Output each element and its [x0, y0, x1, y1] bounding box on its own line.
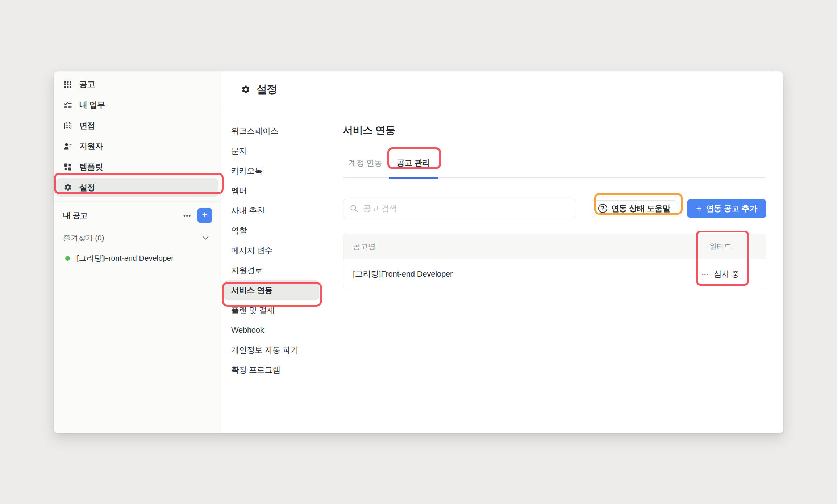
sidebar-item-templates[interactable]: 템플릿 [54, 156, 221, 177]
main-sidebar: 공고 내 업무 [54, 71, 221, 433]
settings-nav-plan-billing[interactable]: 플랜 및 결제 [221, 300, 322, 320]
settings-header: 설정 [221, 71, 783, 108]
settings-nav-roles[interactable]: 역할 [221, 220, 322, 240]
settings-nav-sms[interactable]: 문자 [221, 141, 322, 161]
settings-nav-workspace[interactable]: 워크스페이스 [221, 121, 322, 141]
sidebar-item-applicants[interactable]: 지원자 [54, 136, 221, 156]
tab-account-integration[interactable]: 계정 연동 [349, 158, 382, 177]
sidebar-item-label: 면접 [79, 120, 95, 131]
tasklist-icon [63, 101, 72, 109]
my-postings-section: 내 공고 ••• + 즐겨찾기 (0) [그리팅]Front-end Devel… [54, 201, 221, 268]
settings-nav-webhook[interactable]: Webhook [221, 320, 322, 340]
green-status-dot [65, 256, 70, 261]
add-integration-posting-button[interactable]: + 연동 공고 추가 [687, 199, 766, 218]
toolbar: ? 연동 상태 도움말 + 연동 공고 추가 [343, 199, 766, 218]
tab-posting-management[interactable]: 공고 관리 [397, 158, 430, 177]
add-posting-button[interactable]: + [197, 208, 212, 223]
applicants-icon [63, 142, 72, 150]
tab-bar: 계정 연동 공고 관리 [343, 158, 766, 178]
my-postings-title: 내 공고 [63, 210, 183, 220]
calendar-icon [63, 122, 72, 130]
help-circle-icon: ? [598, 204, 607, 213]
sidebar-item-settings[interactable]: 설정 [54, 177, 221, 198]
panel-title: 서비스 연동 [343, 123, 766, 137]
settings-nav-message-variables[interactable]: 메시지 변수 [221, 240, 322, 260]
cell-posting-name: [그리팅]Front-end Developer [343, 269, 696, 280]
integration-status-help-button[interactable]: ? 연동 상태 도움말 [591, 200, 678, 217]
apps-grid-icon [63, 80, 72, 88]
chevron-down-icon [203, 236, 209, 240]
postings-table: 공고명 원티드 [그리팅]Front-end Developer ••• 심사 … [343, 234, 766, 289]
settings-nav-extensions[interactable]: 확장 프로그램 [221, 360, 322, 380]
settings-nav-referral[interactable]: 사내 추천 [221, 201, 322, 220]
app-window: 공고 내 업무 [54, 71, 783, 433]
table-header: 공고명 원티드 [343, 234, 766, 259]
search-input[interactable] [363, 204, 570, 213]
main-nav: 공고 내 업무 [54, 74, 221, 198]
row-menu-button[interactable]: ••• [702, 272, 709, 277]
templates-icon [63, 163, 72, 171]
favorites-label: 즐겨찾기 (0) [63, 233, 203, 243]
settings-nav-service-integration[interactable]: 서비스 연동 [221, 280, 322, 300]
cell-wanted-status: ••• 심사 중 [696, 269, 766, 280]
add-button-label: 연동 공고 추가 [706, 203, 757, 214]
settings-nav-privacy-auto-delete[interactable]: 개인정보 자동 파기 [221, 340, 322, 360]
sidebar-item-label: 템플릿 [79, 161, 103, 172]
sidebar-item-label: 설정 [79, 182, 95, 193]
sidebar-item-interviews[interactable]: 면접 [54, 115, 221, 136]
my-postings-more-button[interactable]: ••• [183, 213, 191, 218]
favorites-toggle[interactable]: 즐겨찾기 (0) [54, 228, 221, 247]
settings-nav-kakaotalk[interactable]: 카카오톡 [221, 161, 322, 181]
search-icon [350, 204, 358, 213]
page-title: 설정 [257, 82, 277, 97]
column-header-wanted: 원티드 [696, 242, 766, 252]
sidebar-item-my-tasks[interactable]: 내 업무 [54, 94, 221, 115]
plus-icon: + [696, 203, 701, 214]
sidebar-posting-item[interactable]: [그리팅]Front-end Developer [54, 249, 221, 268]
help-button-label: 연동 상태 도움말 [611, 203, 671, 214]
search-box [343, 199, 576, 218]
settings-nav: 워크스페이스 문자 카카오톡 멤버 사내 추천 역할 메시지 변수 지원경로 서… [221, 108, 322, 433]
service-integration-panel: 서비스 연동 계정 연동 공고 관리 [322, 108, 783, 433]
sidebar-item-postings[interactable]: 공고 [54, 74, 221, 94]
settings-region: 설정 워크스페이스 문자 카카오톡 멤버 사내 추천 역할 메시지 변수 지원경… [221, 71, 783, 433]
sidebar-item-label: 지원자 [79, 141, 103, 152]
gear-icon [241, 84, 250, 94]
settings-nav-application-channels[interactable]: 지원경로 [221, 260, 322, 280]
gear-icon [63, 183, 72, 192]
sidebar-item-label: 내 업무 [79, 100, 105, 110]
sidebar-item-label: 공고 [79, 79, 95, 90]
settings-nav-members[interactable]: 멤버 [221, 181, 322, 201]
status-text: 심사 중 [714, 269, 740, 280]
posting-label: [그리팅]Front-end Developer [77, 253, 174, 263]
column-header-posting-name: 공고명 [343, 242, 696, 252]
table-row[interactable]: [그리팅]Front-end Developer ••• 심사 중 [343, 259, 766, 289]
